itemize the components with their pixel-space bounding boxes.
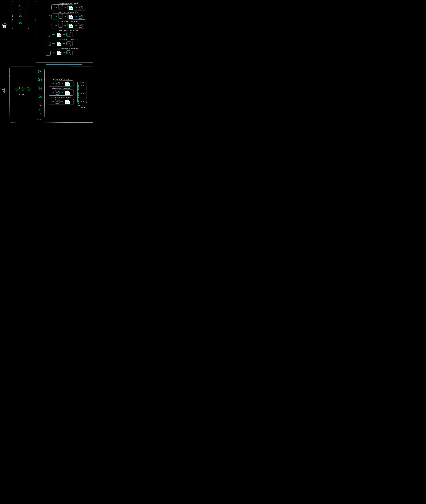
svg-point-14 xyxy=(81,7,81,8)
qlik-sense-asset xyxy=(51,23,86,29)
qlik-sense-asset xyxy=(51,14,86,20)
chart-icon xyxy=(78,23,83,28)
database-icon xyxy=(38,102,42,106)
database-icon xyxy=(38,110,42,114)
qlik-cloud-label: Qlik Cloud xyxy=(35,17,36,23)
asset-title: Qlik Sense Asset CRM project1 xyxy=(47,11,90,13)
diagram-canvas: Cloud Sources Qlik Cloud Qlik Sense Asse… xyxy=(0,0,97,125)
on-premise-label: On-Premise xyxy=(9,72,11,80)
script-braces-icon: { /> } xyxy=(78,100,86,106)
asset-title: Qlik Sense Asset CRM project2 xyxy=(47,39,90,40)
qvd-file-pair-icon xyxy=(67,23,73,28)
server-rack-icon xyxy=(21,87,25,91)
database-icon xyxy=(18,20,22,24)
qvd-file-pair-icon xyxy=(64,81,70,86)
chart-icon xyxy=(58,14,63,19)
qlik-sense-asset xyxy=(50,32,73,38)
asset-title: Qlik Sense Asset Finance project1 xyxy=(47,48,90,49)
qvd-file-pair-icon xyxy=(56,32,62,37)
chart-icon xyxy=(55,90,59,95)
database-icon xyxy=(38,70,42,74)
server-rack-icon xyxy=(27,87,31,91)
server-cluster xyxy=(15,87,31,91)
qlikview-assets: QlikView Asset RH project1 QlikView Asse… xyxy=(47,78,75,105)
qlik-sense-asset xyxy=(50,50,73,56)
qlik-sense-asset xyxy=(50,41,73,47)
script-braces-icon: { /> } xyxy=(78,92,86,98)
svg-point-15 xyxy=(81,6,82,7)
chart-icon xyxy=(58,23,63,28)
svg-rect-1 xyxy=(4,88,7,93)
script-braces-icon: { /> } xyxy=(78,84,86,90)
buildings-icon xyxy=(2,87,8,93)
svg-rect-0 xyxy=(2,90,4,93)
qvd-file-pair-icon xyxy=(64,90,70,95)
database-icon xyxy=(18,13,22,17)
svg-point-10 xyxy=(60,7,60,7)
asset-title: Qlik Sense Asset Finance project2 xyxy=(47,20,90,22)
cloud-sources-label: Cloud Sources xyxy=(12,13,13,22)
cloud-database-badge-icon xyxy=(2,23,8,29)
qlik-sense-asset xyxy=(51,4,86,10)
chart-icon xyxy=(66,32,71,37)
chart-icon xyxy=(55,99,59,104)
qlikview-asset xyxy=(48,80,74,86)
sources-label: Sources xyxy=(37,119,43,120)
chart-icon xyxy=(78,14,83,19)
qvd-file-pair-icon xyxy=(56,41,62,46)
chart-icon xyxy=(58,5,63,9)
chart-icon xyxy=(78,5,83,9)
qvd-file-pair-icon xyxy=(64,99,70,104)
qlikview-asset xyxy=(48,90,74,96)
asset-title: QlikView Asset Finance project1 xyxy=(47,96,75,98)
database-icon xyxy=(38,78,42,82)
qvd-file-pair-icon xyxy=(56,50,62,55)
asset-title: Qlik Sense Asset RH project2 xyxy=(47,2,90,4)
qvd-file-pair-icon xyxy=(67,5,73,10)
chart-icon xyxy=(66,41,71,46)
chart-icon xyxy=(66,50,71,55)
scripts-label: Scripts xyxy=(79,81,84,83)
database-icon xyxy=(38,94,42,98)
asset-title: QlikView Asset RH project1 xyxy=(47,78,75,80)
qlikview-label: QlikView xyxy=(19,94,25,96)
qvd-file-pair-icon xyxy=(67,14,73,19)
qlik-cloud-assets: Qlik Sense Asset RH project2 Qlik Sense … xyxy=(47,2,90,57)
server-rack-icon xyxy=(15,87,20,91)
qlikview-asset xyxy=(48,98,74,105)
asset-title: Qlik Sense Asset RH project1 xyxy=(47,29,90,31)
asset-title: QlikView Asset CRM project2 xyxy=(47,87,75,89)
chart-icon xyxy=(55,81,59,85)
svg-point-12 xyxy=(62,6,62,7)
database-icon xyxy=(38,86,42,90)
svg-point-13 xyxy=(80,7,80,7)
svg-point-11 xyxy=(61,7,61,8)
enterprise-scheduler-label: Enterprise scheduler xyxy=(78,105,87,108)
database-icon xyxy=(18,6,22,10)
